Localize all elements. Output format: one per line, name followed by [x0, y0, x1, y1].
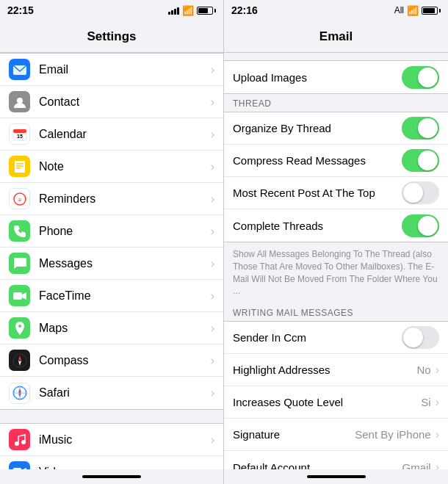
safari-chevron: › [211, 386, 214, 400]
complete-threads-toggle[interactable] [402, 214, 439, 237]
compress-read-messages-label: Compress Read Messages [233, 154, 402, 167]
default-account-chevron: › [436, 460, 439, 469]
svg-marker-12 [22, 292, 26, 300]
svg-rect-11 [13, 292, 22, 300]
signature-value: Sent By iPhone [355, 428, 430, 441]
music-icon [9, 429, 30, 450]
settings-item-videos[interactable]: Videos › [0, 456, 223, 469]
default-account-label: Default Account [233, 461, 402, 469]
messages-chevron: › [211, 257, 214, 270]
phone-label: Phone [39, 225, 211, 238]
left-time: 22:15 [7, 4, 34, 16]
most-recent-post-item[interactable]: Most Recent Post At The Top [224, 177, 448, 209]
reminders-label: Reminders [39, 192, 211, 206]
svg-point-22 [15, 441, 19, 446]
calendar-label: Calendar [39, 128, 211, 141]
sender-in-ccm-toggle[interactable] [402, 326, 439, 349]
settings-item-music[interactable]: iMusic › [0, 424, 223, 456]
left-nav-title: Settings [87, 29, 136, 44]
upload-images-item[interactable]: Upload Images [224, 61, 448, 93]
svg-point-23 [21, 440, 26, 444]
complete-threads-item[interactable]: Complete Threads [224, 209, 448, 242]
right-home-indicator [307, 475, 366, 478]
facetime-label: FaceTime [39, 289, 211, 303]
signature-item[interactable]: Signature Sent By iPhone › [224, 419, 448, 451]
right-status-bar: 22:16 All 📶 [224, 0, 448, 21]
right-panel: 22:16 All 📶 ‹ Settings Email Upload Imag… [224, 0, 448, 484]
settings-item-reminders[interactable]: ≡ Reminders › [0, 183, 223, 215]
email-chevron: › [211, 63, 214, 76]
signal-icon [168, 6, 179, 15]
settings-item-calendar[interactable]: 15 Calendar › [0, 118, 223, 151]
compass-label: Compass [39, 354, 211, 367]
safari-label: Safari [39, 386, 211, 400]
battery-icon [197, 7, 216, 15]
upload-images-toggle[interactable] [402, 66, 439, 89]
most-recent-post-toggle[interactable] [402, 181, 439, 204]
settings-item-contact[interactable]: Contact › [0, 86, 223, 118]
settings-item-messages[interactable]: Messages › [0, 248, 223, 280]
videos-chevron: › [211, 466, 214, 470]
highlight-addresses-chevron: › [436, 364, 439, 377]
compass-chevron: › [211, 354, 214, 367]
svg-text:15: 15 [17, 134, 23, 139]
left-group-2: iMusic › Videos › Picture › [0, 423, 223, 469]
highlight-addresses-item[interactable]: Highlight Addresses No › [224, 354, 448, 386]
svg-rect-5 [15, 161, 25, 173]
svg-text:≡: ≡ [18, 197, 21, 203]
increases-quote-level-chevron: › [436, 396, 439, 409]
left-panel: 22:15 📶 Settings [0, 0, 224, 484]
left-status-bar: 22:15 📶 [0, 0, 223, 21]
sender-in-ccm-item[interactable]: Sender In Ccm [224, 322, 448, 354]
settings-item-facetime[interactable]: FaceTime › [0, 280, 223, 312]
messages-label: Messages [39, 257, 211, 270]
reminders-chevron: › [211, 192, 214, 206]
organize-by-thread-item[interactable]: Organize By Thread [224, 112, 448, 145]
maps-icon [9, 317, 30, 339]
settings-item-note[interactable]: Note › [0, 151, 223, 183]
right-battery-icon [422, 7, 441, 15]
highlight-addresses-label: Highlight Addresses [233, 364, 416, 376]
compress-read-messages-item[interactable]: Compress Read Messages [224, 145, 448, 177]
complete-threads-label: Complete Threads [233, 220, 402, 232]
messages-icon [9, 253, 30, 274]
safari-icon [9, 383, 30, 404]
all-label: All [394, 5, 404, 15]
settings-item-compass[interactable]: Compass › [0, 344, 223, 377]
signature-chevron: › [436, 428, 439, 441]
email-label: Email [39, 63, 211, 76]
compress-read-messages-toggle[interactable] [402, 149, 439, 172]
settings-item-email[interactable]: Email › [0, 54, 223, 86]
organize-by-thread-toggle[interactable] [402, 117, 439, 140]
thread-note: Show All Messages Belonging To The Threa… [224, 242, 448, 303]
default-account-item[interactable]: Default Account Gmail › [224, 451, 448, 469]
svg-rect-3 [13, 129, 26, 133]
music-chevron: › [211, 433, 214, 447]
left-nav-bar: Settings [0, 21, 223, 53]
settings-item-safari[interactable]: Safari › [0, 377, 223, 409]
note-icon [9, 156, 30, 177]
note-label: Note [39, 160, 211, 173]
settings-item-maps[interactable]: Maps › [0, 312, 223, 344]
right-bottom-bar [224, 469, 448, 484]
svg-marker-25 [21, 468, 26, 470]
music-label: iMusic [39, 433, 211, 447]
increases-quote-level-value: Si [421, 396, 430, 408]
phone-chevron: › [211, 225, 214, 238]
contact-chevron: › [211, 95, 214, 109]
settings-item-phone[interactable]: Phone › [0, 215, 223, 248]
wifi-icon: 📶 [182, 5, 194, 16]
calendar-icon: 15 [9, 123, 30, 145]
thread-section-header: THREAD [224, 94, 448, 112]
right-status-icons: All 📶 [394, 5, 441, 16]
left-settings-list[interactable]: Email › Contact › 15 Calendar › [0, 53, 223, 469]
right-time: 22:16 [231, 4, 258, 16]
facetime-icon [9, 285, 30, 306]
highlight-addresses-value: No [416, 364, 430, 376]
sender-in-ccm-label: Sender In Ccm [233, 331, 402, 344]
phone-icon [9, 220, 30, 242]
videos-icon [9, 461, 30, 469]
right-settings-list[interactable]: Upload Images THREAD Organize By Thread … [224, 53, 448, 469]
contact-label: Contact [39, 95, 211, 109]
increases-quote-level-item[interactable]: Increases Quote Level Si › [224, 386, 448, 419]
